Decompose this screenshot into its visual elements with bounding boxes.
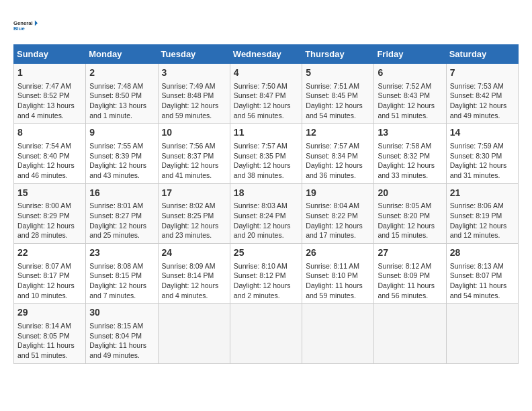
calendar-cell: 13 Sunrise: 7:58 AM Sunset: 8:32 PM Dayl… xyxy=(374,124,446,183)
day-number: 1 xyxy=(17,66,82,80)
sunset-text: Sunset: 8:43 PM xyxy=(378,91,430,99)
daylight-text: Daylight: 12 hours and 59 minutes. xyxy=(162,101,219,120)
daylight-text: Daylight: 13 hours and 4 minutes. xyxy=(17,101,75,120)
sunrise-text: Sunrise: 8:14 AM xyxy=(17,322,71,330)
daylight-text: Daylight: 12 hours and 51 minutes. xyxy=(378,101,435,120)
day-number: 14 xyxy=(450,126,515,140)
day-number: 18 xyxy=(234,187,298,200)
sunset-text: Sunset: 8:52 PM xyxy=(17,91,70,99)
calendar-cell: 28 Sunrise: 8:13 AM Sunset: 8:07 PM Dayl… xyxy=(446,244,518,304)
daylight-text: Daylight: 11 hours and 49 minutes. xyxy=(89,341,146,359)
calendar-cell: 17 Sunrise: 8:02 AM Sunset: 8:25 PM Dayl… xyxy=(158,183,230,243)
calendar-cell: 14 Sunrise: 7:59 AM Sunset: 8:30 PM Dayl… xyxy=(446,124,518,183)
sunset-text: Sunset: 8:37 PM xyxy=(162,152,214,160)
sunset-text: Sunset: 8:48 PM xyxy=(162,91,214,99)
sunset-text: Sunset: 8:10 PM xyxy=(306,271,358,279)
daylight-text: Daylight: 12 hours and 15 minutes. xyxy=(378,222,435,240)
day-header-tuesday: Tuesday xyxy=(158,45,230,64)
calendar-cell: 1 Sunrise: 7:47 AM Sunset: 8:52 PM Dayli… xyxy=(14,64,86,124)
sunset-text: Sunset: 8:09 PM xyxy=(378,271,430,279)
calendar-cell: 10 Sunrise: 7:56 AM Sunset: 8:37 PM Dayl… xyxy=(158,124,230,183)
calendar-cell: 12 Sunrise: 7:57 AM Sunset: 8:34 PM Dayl… xyxy=(302,124,374,183)
calendar-cell xyxy=(230,304,302,363)
daylight-text: Daylight: 12 hours and 54 minutes. xyxy=(306,101,363,120)
sunset-text: Sunset: 8:39 PM xyxy=(89,152,142,160)
calendar-cell: 22 Sunrise: 8:07 AM Sunset: 8:17 PM Dayl… xyxy=(14,244,86,304)
daylight-text: Daylight: 12 hours and 7 minutes. xyxy=(89,281,146,300)
daylight-text: Daylight: 13 hours and 1 minute. xyxy=(89,101,146,120)
page-header: General Blue xyxy=(13,13,519,38)
sunrise-text: Sunrise: 8:06 AM xyxy=(450,201,504,210)
sunset-text: Sunset: 8:30 PM xyxy=(450,152,502,160)
calendar-cell: 11 Sunrise: 7:57 AM Sunset: 8:35 PM Dayl… xyxy=(230,124,302,183)
sunrise-text: Sunrise: 7:53 AM xyxy=(450,82,504,90)
sunrise-text: Sunrise: 7:54 AM xyxy=(17,142,71,150)
daylight-text: Daylight: 12 hours and 10 minutes. xyxy=(17,281,75,300)
sunset-text: Sunset: 8:27 PM xyxy=(89,212,142,220)
day-number: 10 xyxy=(162,126,226,140)
day-number: 6 xyxy=(378,66,442,80)
day-number: 16 xyxy=(89,187,154,200)
calendar-cell: 23 Sunrise: 8:08 AM Sunset: 8:15 PM Dayl… xyxy=(86,244,158,304)
sunrise-text: Sunrise: 8:07 AM xyxy=(17,262,71,270)
sunrise-text: Sunrise: 8:05 AM xyxy=(378,201,431,210)
calendar-cell xyxy=(374,304,446,363)
svg-text:Blue: Blue xyxy=(13,26,25,32)
sunrise-text: Sunrise: 8:09 AM xyxy=(162,262,216,270)
day-header-thursday: Thursday xyxy=(302,45,374,64)
sunrise-text: Sunrise: 8:15 AM xyxy=(89,322,143,330)
sunset-text: Sunset: 8:14 PM xyxy=(162,271,214,279)
sunset-text: Sunset: 8:32 PM xyxy=(378,152,430,160)
daylight-text: Daylight: 12 hours and 33 minutes. xyxy=(378,161,435,179)
sunrise-text: Sunrise: 7:57 AM xyxy=(306,142,359,150)
daylight-text: Daylight: 12 hours and 49 minutes. xyxy=(450,101,507,120)
sunrise-text: Sunrise: 8:00 AM xyxy=(17,201,71,210)
calendar-cell: 5 Sunrise: 7:51 AM Sunset: 8:45 PM Dayli… xyxy=(302,64,374,124)
calendar-week-2: 8 Sunrise: 7:54 AM Sunset: 8:40 PM Dayli… xyxy=(14,124,519,183)
sunset-text: Sunset: 8:45 PM xyxy=(306,91,358,99)
daylight-text: Daylight: 12 hours and 17 minutes. xyxy=(306,222,363,240)
calendar-cell: 8 Sunrise: 7:54 AM Sunset: 8:40 PM Dayli… xyxy=(14,124,86,183)
calendar-cell xyxy=(158,304,230,363)
day-number: 15 xyxy=(17,187,82,200)
sunrise-text: Sunrise: 8:13 AM xyxy=(450,262,504,270)
sunrise-text: Sunrise: 8:10 AM xyxy=(234,262,287,270)
calendar-week-1: 1 Sunrise: 7:47 AM Sunset: 8:52 PM Dayli… xyxy=(14,64,519,124)
day-number: 19 xyxy=(306,187,370,200)
calendar-cell: 18 Sunrise: 8:03 AM Sunset: 8:24 PM Dayl… xyxy=(230,183,302,243)
sunset-text: Sunset: 8:07 PM xyxy=(450,271,502,279)
day-header-wednesday: Wednesday xyxy=(230,45,302,64)
calendar-cell: 9 Sunrise: 7:55 AM Sunset: 8:39 PM Dayli… xyxy=(86,124,158,183)
sunrise-text: Sunrise: 7:59 AM xyxy=(450,142,504,150)
day-number: 5 xyxy=(306,66,370,80)
day-number: 28 xyxy=(450,246,515,260)
calendar-cell: 19 Sunrise: 8:04 AM Sunset: 8:22 PM Dayl… xyxy=(302,183,374,243)
daylight-text: Daylight: 11 hours and 56 minutes. xyxy=(378,281,435,300)
sunrise-text: Sunrise: 8:01 AM xyxy=(89,201,143,210)
day-number: 13 xyxy=(378,126,442,140)
day-number: 8 xyxy=(17,126,82,140)
day-number: 29 xyxy=(17,306,82,320)
sunrise-text: Sunrise: 7:52 AM xyxy=(378,82,431,90)
day-number: 21 xyxy=(450,187,515,200)
calendar-cell: 7 Sunrise: 7:53 AM Sunset: 8:42 PM Dayli… xyxy=(446,64,518,124)
calendar-table: SundayMondayTuesdayWednesdayThursdayFrid… xyxy=(13,44,519,364)
sunset-text: Sunset: 8:42 PM xyxy=(450,91,502,99)
day-header-saturday: Saturday xyxy=(446,45,518,64)
daylight-text: Daylight: 12 hours and 31 minutes. xyxy=(450,161,507,179)
sunrise-text: Sunrise: 8:12 AM xyxy=(378,262,431,270)
daylight-text: Daylight: 12 hours and 12 minutes. xyxy=(450,222,507,240)
calendar-cell: 26 Sunrise: 8:11 AM Sunset: 8:10 PM Dayl… xyxy=(302,244,374,304)
sunset-text: Sunset: 8:05 PM xyxy=(17,332,70,340)
daylight-text: Daylight: 12 hours and 38 minutes. xyxy=(234,161,291,179)
day-number: 12 xyxy=(306,126,370,140)
calendar-cell xyxy=(446,304,518,363)
day-number: 17 xyxy=(162,187,226,200)
daylight-text: Daylight: 12 hours and 43 minutes. xyxy=(89,161,146,179)
logo: General Blue xyxy=(13,13,38,38)
sunrise-text: Sunrise: 7:51 AM xyxy=(306,82,359,90)
sunrise-text: Sunrise: 7:56 AM xyxy=(162,142,216,150)
calendar-cell: 6 Sunrise: 7:52 AM Sunset: 8:43 PM Dayli… xyxy=(374,64,446,124)
day-header-sunday: Sunday xyxy=(14,45,86,64)
calendar-cell: 3 Sunrise: 7:49 AM Sunset: 8:48 PM Dayli… xyxy=(158,64,230,124)
